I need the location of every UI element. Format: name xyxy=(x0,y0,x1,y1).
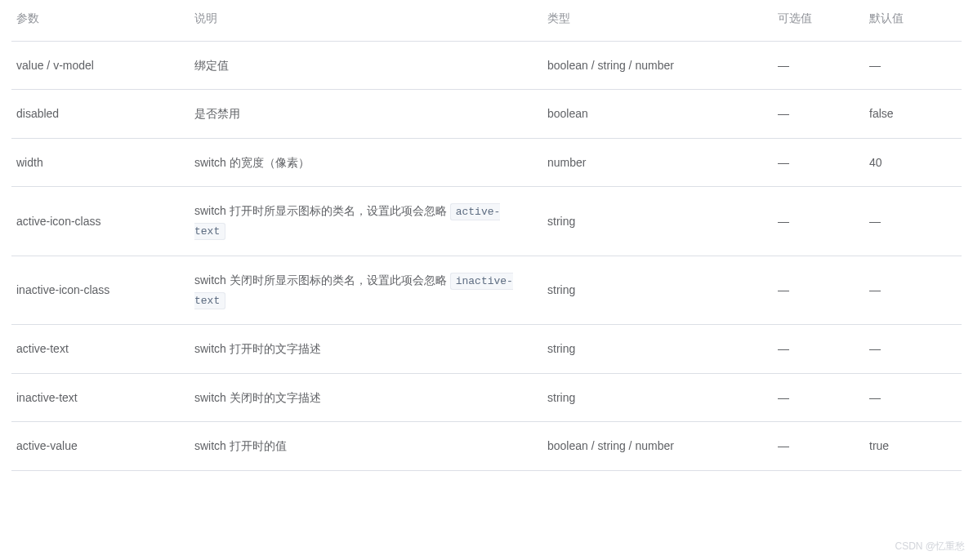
cell-default: — xyxy=(864,373,962,421)
description-wrapper: switch 的宽度（像素） xyxy=(194,153,521,171)
cell-param: width xyxy=(11,138,190,186)
description-wrapper: switch 关闭时的文字描述 xyxy=(194,389,521,407)
cell-param: active-text xyxy=(11,325,190,373)
table-row: inactive-icon-classswitch 关闭时所显示图标的类名，设置… xyxy=(11,256,962,325)
description-wrapper: switch 打开时的文字描述 xyxy=(194,340,521,358)
cell-description: switch 关闭时所显示图标的类名，设置此项会忽略 inactive-text xyxy=(190,256,542,325)
cell-param: active-icon-class xyxy=(11,187,190,256)
table-row: widthswitch 的宽度（像素）number—40 xyxy=(11,138,962,186)
description-wrapper: switch 关闭时所显示图标的类名，设置此项会忽略 inactive-text xyxy=(194,271,521,310)
description-text: switch 的宽度（像素） xyxy=(194,156,310,169)
description-text: switch 关闭时的文字描述 xyxy=(194,391,321,404)
cell-options: — xyxy=(773,373,864,421)
cell-param: disabled xyxy=(11,90,190,138)
description-wrapper: 绑定值 xyxy=(194,56,521,74)
cell-type: boolean xyxy=(542,90,773,138)
cell-default: — xyxy=(864,187,962,256)
cell-options: — xyxy=(773,138,864,186)
cell-default: — xyxy=(864,256,962,325)
header-type: 类型 xyxy=(542,0,773,42)
description-wrapper: switch 打开时所显示图标的类名，设置此项会忽略 active-text xyxy=(194,202,521,241)
cell-options: — xyxy=(773,422,864,470)
description-wrapper: 是否禁用 xyxy=(194,104,521,122)
header-description: 说明 xyxy=(190,0,542,42)
header-default: 默认值 xyxy=(864,0,962,42)
table-header-row: 参数 说明 类型 可选值 默认值 xyxy=(11,0,962,42)
description-text: switch 打开时的值 xyxy=(194,439,287,452)
cell-default: — xyxy=(864,325,962,373)
cell-type: string xyxy=(542,373,773,421)
cell-description: switch 的宽度（像素） xyxy=(190,138,542,186)
table-row: value / v-model绑定值boolean / string / num… xyxy=(11,42,962,90)
cell-type: string xyxy=(542,187,773,256)
cell-description: 绑定值 xyxy=(190,42,542,90)
cell-description: 是否禁用 xyxy=(190,90,542,138)
table-row: disabled是否禁用boolean—false xyxy=(11,90,962,138)
api-table: 参数 说明 类型 可选值 默认值 value / v-model绑定值boole… xyxy=(11,0,962,471)
cell-options: — xyxy=(773,256,864,325)
cell-description: switch 打开时的文字描述 xyxy=(190,325,542,373)
cell-default: 40 xyxy=(864,138,962,186)
cell-type: string xyxy=(542,256,773,325)
cell-param: value / v-model xyxy=(11,42,190,90)
cell-description: switch 打开时的值 xyxy=(190,422,542,470)
table-row: active-icon-classswitch 打开时所显示图标的类名，设置此项… xyxy=(11,187,962,256)
cell-type: number xyxy=(542,138,773,186)
cell-default: — xyxy=(864,42,962,90)
cell-param: inactive-icon-class xyxy=(11,256,190,325)
description-text: switch 打开时所显示图标的类名，设置此项会忽略 xyxy=(194,204,450,217)
description-text: switch 打开时的文字描述 xyxy=(194,342,321,355)
cell-default: false xyxy=(864,90,962,138)
description-text: 是否禁用 xyxy=(194,107,240,120)
description-text: 绑定值 xyxy=(194,59,229,72)
table-body: value / v-model绑定值boolean / string / num… xyxy=(11,42,962,471)
description-wrapper: switch 打开时的值 xyxy=(194,437,521,455)
cell-default: true xyxy=(864,422,962,470)
cell-options: — xyxy=(773,325,864,373)
cell-type: boolean / string / number xyxy=(542,42,773,90)
table-row: active-valueswitch 打开时的值boolean / string… xyxy=(11,422,962,470)
cell-param: active-value xyxy=(11,422,190,470)
header-options: 可选值 xyxy=(773,0,864,42)
header-param: 参数 xyxy=(11,0,190,42)
description-text: switch 关闭时所显示图标的类名，设置此项会忽略 xyxy=(194,273,450,287)
cell-options: — xyxy=(773,90,864,138)
api-table-container: 参数 说明 类型 可选值 默认值 value / v-model绑定值boole… xyxy=(0,0,973,471)
table-row: inactive-textswitch 关闭时的文字描述string—— xyxy=(11,373,962,421)
cell-type: string xyxy=(542,325,773,373)
cell-description: switch 关闭时的文字描述 xyxy=(190,373,542,421)
cell-options: — xyxy=(773,42,864,90)
cell-type: boolean / string / number xyxy=(542,422,773,470)
cell-param: inactive-text xyxy=(11,373,190,421)
cell-description: switch 打开时所显示图标的类名，设置此项会忽略 active-text xyxy=(190,187,542,256)
table-row: active-textswitch 打开时的文字描述string—— xyxy=(11,325,962,373)
cell-options: — xyxy=(773,187,864,256)
